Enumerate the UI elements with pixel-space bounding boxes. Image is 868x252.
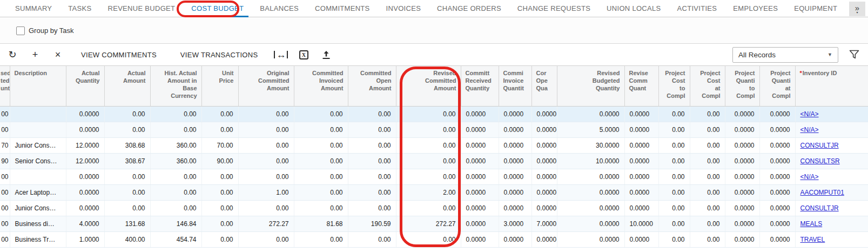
- cell-revised-committed-quantity[interactable]: 0.0000: [624, 122, 658, 138]
- cell-committed-invoiced-amount[interactable]: 0.00: [294, 138, 348, 154]
- inventory-id-link[interactable]: AACOMPUT01: [800, 189, 844, 196]
- column-header-committed-invoice-quantity[interactable]: Commi Invoice Quantit: [499, 66, 531, 107]
- cell-original-committed-amount[interactable]: 0.00: [238, 201, 294, 216]
- column-header-committed-invoiced-amount[interactable]: Committed Invoiced Amount: [294, 66, 348, 107]
- cell-project-cost-to-complete[interactable]: 0.00: [658, 122, 690, 138]
- cell-revised-committed-quantity[interactable]: 0.0000: [624, 169, 658, 185]
- cell-unit-price[interactable]: 0.00: [201, 201, 238, 216]
- cell-project-quantity-at-completion[interactable]: 0.0000: [759, 232, 795, 248]
- tab-invoices[interactable]: INVOICES: [378, 0, 429, 17]
- cell-committed-open-quantity[interactable]: 0.0000: [531, 185, 557, 201]
- tab-cost-budget[interactable]: COST BUDGET: [183, 0, 252, 17]
- tab-overflow-button[interactable]: » ▾: [849, 2, 865, 16]
- inventory-id-link[interactable]: CONSULTSR: [800, 157, 840, 165]
- cell-unit-price[interactable]: 0.00: [201, 169, 238, 185]
- cell-committed-invoiced-amount[interactable]: 0.00: [294, 154, 348, 169]
- table-row[interactable]: 00Business Tr…1.0000400.00454.740.000.00…: [0, 232, 868, 248]
- view-commitments-button[interactable]: VIEW COMMITMENTS: [72, 47, 165, 63]
- cell-revised-budgeted-quantity[interactable]: 0.0000: [557, 107, 624, 122]
- cell-description[interactable]: Acer Laptop…: [10, 185, 66, 201]
- cell-original-committed-amount[interactable]: 0.00: [238, 122, 294, 138]
- cell-inventory-id[interactable]: CONSULTJR: [795, 138, 868, 154]
- cell-revised-committed-quantity[interactable]: 10.0000: [624, 216, 658, 232]
- cell-project-cost-to-complete[interactable]: 0.00: [658, 154, 690, 169]
- cell-actual-amount[interactable]: 308.68: [104, 138, 150, 154]
- tab-commitments[interactable]: COMMITMENTS: [307, 0, 378, 17]
- tab-union-locals[interactable]: UNION LOCALS: [598, 0, 669, 17]
- cell-original-committed-amount[interactable]: 1.00: [238, 185, 294, 201]
- export-excel-button[interactable]: X: [295, 47, 312, 63]
- cell-committed-open-amount[interactable]: 0.00: [348, 122, 396, 138]
- cell-revised-committed-amount[interactable]: 0.00: [396, 169, 461, 185]
- cell-hist-actual-amount-base[interactable]: 0.00: [150, 107, 201, 122]
- cell-project-quantity-to-complete[interactable]: 0.0000: [725, 138, 759, 154]
- cell-committed-open-quantity[interactable]: 0.0000: [531, 154, 557, 169]
- tab-activities[interactable]: ACTIVITIES: [669, 0, 725, 17]
- cell-committed-open-quantity[interactable]: 0.0000: [531, 232, 557, 248]
- cell-committed-received-quantity[interactable]: 0.0000: [461, 232, 499, 248]
- cell-committed-received-quantity[interactable]: 0.0000: [461, 154, 499, 169]
- cell-hist-actual-amount-base[interactable]: 0.00: [150, 169, 201, 185]
- cell-actual-amount[interactable]: 0.00: [104, 185, 150, 201]
- cell-committed-open-quantity[interactable]: 0.0000: [531, 169, 557, 185]
- add-row-button[interactable]: +: [27, 47, 43, 63]
- column-header-original-committed-amount[interactable]: Original Committed Amount: [238, 66, 294, 107]
- cell-inventory-id[interactable]: TRAVEL: [795, 232, 868, 248]
- tab-equipment[interactable]: EQUIPMENT: [786, 0, 845, 17]
- column-header-revised-budgeted-quantity[interactable]: Revised Budgeted Quantity: [557, 66, 624, 107]
- cell-project-cost-at-completion[interactable]: 0.00: [690, 216, 725, 232]
- cell-description[interactable]: [10, 169, 66, 185]
- column-header-project-cost-at-completion[interactable]: Project Cost at Compl: [690, 66, 725, 107]
- cell-unit-price[interactable]: 0.00: [201, 122, 238, 138]
- cell-project-cost-to-complete[interactable]: 0.00: [658, 138, 690, 154]
- tab-summary[interactable]: SUMMARY: [7, 0, 60, 17]
- cell-actual-amount[interactable]: 400.00: [104, 232, 150, 248]
- cell-committed-invoice-quantity[interactable]: 0.0000: [499, 107, 531, 122]
- cell-revised-budgeted-quantity[interactable]: 0.0000: [557, 169, 624, 185]
- table-row[interactable]: 90Senior Cons…12.0000308.67360.0090.000.…: [0, 154, 868, 169]
- cell-clipped-amount[interactable]: 00: [0, 169, 10, 185]
- cell-project-quantity-at-completion[interactable]: 0.0000: [759, 169, 795, 185]
- cell-project-cost-at-completion[interactable]: 0.00: [690, 122, 725, 138]
- refresh-button[interactable]: ↻: [4, 47, 21, 63]
- inventory-id-link[interactable]: <N/A>: [800, 126, 819, 134]
- cell-project-quantity-at-completion[interactable]: 0.0000: [759, 216, 795, 232]
- column-header-inventory-id[interactable]: *Inventory ID: [795, 66, 868, 107]
- cell-project-quantity-at-completion[interactable]: 0.0000: [759, 138, 795, 154]
- cell-inventory-id[interactable]: CONSULTJR: [795, 201, 868, 216]
- cell-inventory-id[interactable]: MEALS: [795, 216, 868, 232]
- cell-committed-invoiced-amount[interactable]: 0.00: [294, 232, 348, 248]
- cell-committed-open-amount[interactable]: 0.00: [348, 138, 396, 154]
- cell-description[interactable]: Junior Cons…: [10, 201, 66, 216]
- cell-unit-price[interactable]: 0.00: [201, 216, 238, 232]
- column-header-actual-quantity[interactable]: Actual Quantity: [66, 66, 104, 107]
- cell-original-committed-amount[interactable]: 0.00: [238, 138, 294, 154]
- cell-actual-quantity[interactable]: 0.0000: [66, 122, 104, 138]
- cell-project-quantity-at-completion[interactable]: 0.0000: [759, 185, 795, 201]
- column-header-description[interactable]: Description: [10, 66, 66, 107]
- cell-committed-open-amount[interactable]: 0.00: [348, 185, 396, 201]
- cell-project-cost-to-complete[interactable]: 0.00: [658, 216, 690, 232]
- group-by-task-checkbox[interactable]: [16, 26, 25, 35]
- cell-revised-committed-quantity[interactable]: 0.0000: [624, 201, 658, 216]
- upload-button[interactable]: [318, 47, 334, 63]
- column-header-committed-open-quantity[interactable]: Cor Ope Qua: [531, 66, 557, 107]
- cell-actual-quantity[interactable]: 12.0000: [66, 138, 104, 154]
- cell-project-quantity-to-complete[interactable]: 0.0000: [725, 154, 759, 169]
- cell-revised-budgeted-quantity[interactable]: 5.0000: [557, 122, 624, 138]
- cell-committed-invoice-quantity[interactable]: 0.0000: [499, 201, 531, 216]
- cell-project-cost-at-completion[interactable]: 0.00: [690, 185, 725, 201]
- cell-committed-open-amount[interactable]: 0.00: [348, 201, 396, 216]
- cell-hist-actual-amount-base[interactable]: 0.00: [150, 122, 201, 138]
- cell-project-quantity-at-completion[interactable]: 0.0000: [759, 154, 795, 169]
- cell-actual-amount[interactable]: 0.00: [104, 107, 150, 122]
- inventory-id-link[interactable]: MEALS: [800, 220, 823, 228]
- cell-unit-price[interactable]: 70.00: [201, 138, 238, 154]
- cell-revised-committed-amount[interactable]: 0.00: [396, 122, 461, 138]
- table-row[interactable]: 00Business di…4.0000131.68146.840.00272.…: [0, 216, 868, 232]
- cell-committed-open-quantity[interactable]: 0.0000: [531, 107, 557, 122]
- cell-revised-committed-quantity[interactable]: 0.0000: [624, 154, 658, 169]
- cell-actual-amount[interactable]: 131.68: [104, 216, 150, 232]
- cell-revised-committed-amount[interactable]: 0.00: [396, 138, 461, 154]
- view-transactions-button[interactable]: VIEW TRANSACTIONS: [172, 47, 267, 63]
